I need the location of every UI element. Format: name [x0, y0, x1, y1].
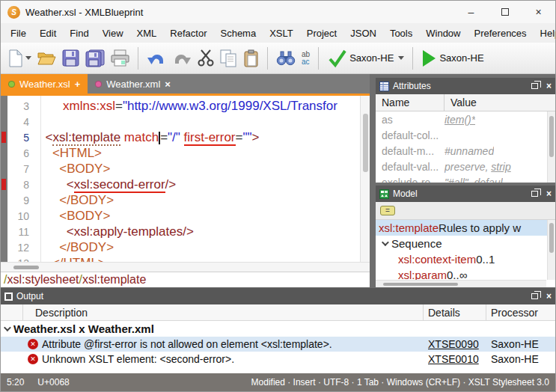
code-line-7[interactable]: 7 <BODY>: [1, 161, 360, 177]
menu-find[interactable]: Find: [63, 25, 95, 41]
scrollbar-thumb[interactable]: [383, 283, 458, 286]
model-tree-item[interactable]: xsl:context-item 0..1: [376, 251, 555, 267]
scrollbar-thumb[interactable]: [13, 266, 39, 269]
tab-add-icon[interactable]: +: [75, 79, 81, 90]
menu-xslt[interactable]: XSLT: [263, 25, 300, 41]
menu-schema[interactable]: Schema: [213, 25, 263, 41]
redo-button[interactable]: [170, 49, 194, 67]
new-document-button[interactable]: [6, 48, 34, 69]
status-bar: 5:20 U+0068 Modified · Insert · UTF-8 · …: [1, 373, 555, 391]
tab-close-icon[interactable]: ×: [165, 79, 171, 90]
code-line-8[interactable]: 8 <xsl:second-error/>: [1, 177, 360, 192]
validate-button[interactable]: Saxon-HE: [325, 47, 406, 70]
code-line-3[interactable]: 3 xmlns:xsl="http://www.w3.org/1999/XSL/…: [1, 98, 360, 114]
error-code-link[interactable]: XTSE0090: [424, 338, 486, 350]
maximize-button[interactable]: [488, 1, 522, 23]
close-panel-icon[interactable]: ×: [546, 81, 552, 91]
error-marker: [1, 179, 6, 190]
code-line-5[interactable]: 5 <xsl:template match="/" first-error=""…: [1, 129, 360, 145]
attribute-row[interactable]: asitem()*: [376, 111, 555, 127]
menu-view[interactable]: View: [96, 25, 130, 41]
menu-project[interactable]: Project: [300, 25, 343, 41]
window-title: Weather.xsl - XMLBlueprint: [25, 7, 143, 18]
model-vertical-scrollbar[interactable]: [547, 220, 555, 280]
maximize-icon: [501, 8, 509, 16]
code-line-13[interactable]: 13 </HTML>: [1, 255, 360, 262]
code-line-10[interactable]: 10 <BODY>: [1, 208, 360, 224]
print-button[interactable]: [109, 48, 132, 68]
copy-button[interactable]: [218, 48, 239, 69]
scrollbar-thumb[interactable]: [549, 116, 554, 157]
value-column-header: Value: [445, 97, 477, 108]
menu-json[interactable]: JSON: [343, 25, 383, 41]
undo-button[interactable]: [144, 49, 168, 67]
close-button[interactable]: ×: [522, 1, 555, 23]
print-icon: [111, 49, 129, 67]
xpath-breadcrumb[interactable]: /xsl:stylesheet/xsl:template: [1, 272, 370, 287]
code-line-12[interactable]: 12 </BODY>: [1, 239, 360, 255]
output-error-row[interactable]: ✕Unknown XSLT element: <second-error>.XT…: [1, 352, 555, 367]
scrollbar-thumb[interactable]: [363, 114, 368, 172]
replace-button[interactable]: ab ac: [299, 49, 312, 67]
close-panel-icon[interactable]: ×: [546, 291, 552, 301]
output-error-row[interactable]: ✕Attribute @first-error is not allowed o…: [1, 337, 555, 352]
attribute-row[interactable]: default-col...: [376, 127, 555, 143]
new-document-dropdown-icon[interactable]: [25, 56, 31, 60]
model-panel-titlebar: Model ×: [376, 186, 555, 202]
editor-vertical-scrollbar[interactable]: [360, 96, 370, 262]
menu-xml[interactable]: XML: [130, 25, 164, 41]
code-line-4[interactable]: 4: [1, 114, 360, 129]
processor-name: Saxon-HE: [486, 353, 555, 365]
scrollbar-thumb[interactable]: [549, 223, 554, 253]
vertical-splitter[interactable]: [370, 74, 376, 287]
save-button[interactable]: [60, 48, 82, 68]
chevron-down-icon[interactable]: [382, 239, 389, 246]
menu-window[interactable]: Window: [419, 25, 467, 41]
validate-dropdown-icon[interactable]: [398, 56, 404, 60]
tab-weather.xml[interactable]: Weather.xml×: [88, 74, 178, 94]
save-all-button[interactable]: [83, 48, 107, 69]
code-line-6[interactable]: 6 <HTML>: [1, 145, 360, 161]
model-tree-item[interactable]: Sequence: [376, 236, 555, 251]
close-panel-icon[interactable]: ×: [546, 189, 552, 199]
attribute-row[interactable]: default-val...preserve, strip: [376, 159, 555, 174]
attribute-row[interactable]: default-m...#unnamed: [376, 143, 555, 159]
code-line-11[interactable]: 11 <xsl:apply-templates/>: [1, 224, 360, 239]
side-panels: Attributes × Name Value asitem()*default…: [376, 74, 555, 287]
code-line-9[interactable]: 9 </BODY>: [1, 192, 360, 208]
model-selected-row[interactable]: xsl:template Rules to apply w: [376, 220, 555, 236]
menu-file[interactable]: File: [4, 25, 33, 41]
editor-horizontal-scrollbar[interactable]: [1, 262, 370, 272]
model-toolbar-button[interactable]: =: [380, 206, 395, 215]
minimize-button[interactable]: –: [454, 1, 488, 23]
float-panel-icon[interactable]: [531, 191, 538, 197]
paste-button[interactable]: [241, 48, 261, 69]
tab-weather.xsl[interactable]: Weather.xsl+: [1, 74, 88, 94]
find-button[interactable]: [274, 49, 298, 67]
open-button[interactable]: [35, 49, 58, 67]
transform-button[interactable]: Saxon-HE: [419, 49, 488, 68]
float-panel-icon[interactable]: [531, 83, 538, 89]
output-gutter: [1, 304, 23, 320]
attribute-row[interactable]: exclude-re..."#all", defaul: [376, 174, 555, 183]
float-panel-icon[interactable]: [531, 293, 538, 299]
attributes-table-icon: [379, 82, 389, 91]
editor-pane: Weather.xsl+Weather.xml× 3 xmlns:xsl="ht…: [1, 74, 370, 287]
menu-help[interactable]: Help: [534, 25, 556, 41]
menu-edit[interactable]: Edit: [33, 25, 63, 41]
processor-column-header: Processor: [486, 307, 555, 319]
menu-preferences[interactable]: Preferences: [468, 25, 534, 41]
attributes-column-headers[interactable]: Name Value: [376, 94, 555, 111]
code-editor[interactable]: 3 xmlns:xsl="http://www.w3.org/1999/XSL/…: [1, 96, 370, 262]
attributes-vertical-scrollbar[interactable]: [547, 111, 555, 183]
menu-tools[interactable]: Tools: [383, 25, 419, 41]
error-icon: ✕: [28, 339, 38, 349]
code-lines[interactable]: 3 xmlns:xsl="http://www.w3.org/1999/XSL/…: [1, 96, 360, 262]
model-horizontal-scrollbar[interactable]: [376, 280, 546, 287]
cut-button[interactable]: [195, 48, 216, 68]
menu-refactor[interactable]: Refactor: [163, 25, 213, 41]
error-code-link[interactable]: XTSE0010: [424, 353, 486, 365]
output-group-row[interactable]: Weather.xsl x Weather.xml: [1, 321, 555, 337]
output-column-headers[interactable]: Description Details Processor: [1, 304, 555, 321]
chevron-down-icon[interactable]: [4, 324, 11, 331]
